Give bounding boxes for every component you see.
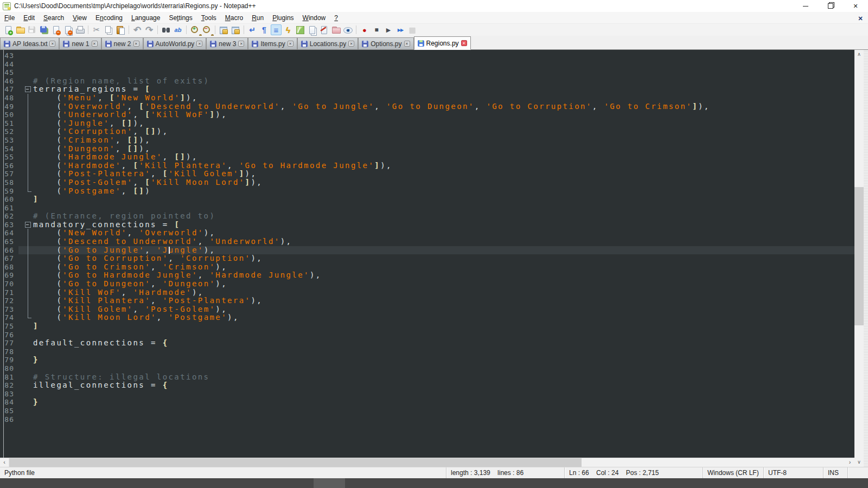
code-text[interactable]: ('Overworld', ['Descend to Underworld', … bbox=[33, 102, 710, 111]
menu-macro[interactable]: Macro bbox=[221, 12, 247, 23]
scroll-left-arrow[interactable] bbox=[0, 458, 9, 467]
scroll-up-arrow[interactable] bbox=[854, 50, 864, 59]
tab-ap-ideas-txt[interactable]: AP Ideas.txt bbox=[0, 37, 59, 49]
document-map-icon[interactable] bbox=[295, 24, 305, 35]
editor[interactable]: 43444546# (Region name, list of exits)47… bbox=[0, 50, 868, 458]
code-text[interactable]: ('Hardmode Jungle', []), bbox=[33, 153, 198, 162]
code-text[interactable]: ('Go to Corruption', 'Corruption'), bbox=[33, 254, 263, 263]
show-all-characters-icon[interactable] bbox=[259, 24, 270, 35]
code-line-51[interactable]: 51 ('Jungle', []), bbox=[0, 119, 854, 128]
vertical-scrollbar-thumb[interactable] bbox=[854, 187, 864, 325]
monitoring-icon[interactable] bbox=[342, 24, 353, 35]
function-list-icon[interactable] bbox=[283, 24, 293, 35]
menu-search[interactable]: Search bbox=[39, 12, 68, 23]
line-number[interactable]: 64 bbox=[0, 229, 14, 237]
line-number[interactable]: 79 bbox=[0, 356, 14, 364]
menu-window[interactable]: Window bbox=[298, 12, 330, 23]
code-line-73[interactable]: 73 ('Kill Golem', 'Post-Golem'), bbox=[0, 305, 854, 314]
code-text[interactable]: terraria_regions = [ bbox=[33, 85, 151, 94]
file-browser-icon[interactable] bbox=[318, 24, 329, 35]
save-file-icon[interactable] bbox=[27, 24, 37, 35]
code-line-75[interactable]: 75] bbox=[0, 322, 854, 331]
line-number[interactable]: 54 bbox=[0, 145, 14, 153]
menu-run[interactable]: Run bbox=[247, 12, 268, 23]
code-line-76[interactable]: 76 bbox=[0, 331, 854, 339]
tab-new-1[interactable]: new 1 bbox=[59, 37, 101, 49]
restore-button[interactable] bbox=[818, 0, 843, 12]
menu-encoding[interactable]: Encoding bbox=[91, 12, 127, 23]
tab-close-icon[interactable] bbox=[404, 41, 410, 47]
tab-close-icon[interactable] bbox=[196, 41, 202, 47]
menu-language[interactable]: Language bbox=[127, 12, 164, 23]
minimize-button[interactable] bbox=[793, 0, 818, 12]
macro-save-icon[interactable] bbox=[407, 24, 418, 35]
code-line-49[interactable]: 49 ('Overworld', ['Descend to Underworld… bbox=[0, 102, 854, 111]
code-line-43[interactable]: 43 bbox=[0, 52, 854, 60]
fold-toggle-icon[interactable] bbox=[24, 221, 33, 229]
line-number[interactable]: 43 bbox=[0, 52, 14, 60]
menu-edit[interactable]: Edit bbox=[19, 12, 39, 23]
tab-close-icon[interactable] bbox=[49, 41, 55, 47]
code-line-58[interactable]: 58 ('Post-Golem', ['Kill Moon Lord']), bbox=[0, 178, 854, 187]
line-number[interactable]: 49 bbox=[0, 102, 14, 111]
line-number[interactable]: 47 bbox=[0, 85, 14, 94]
code-line-82[interactable]: 82illegal_connections = { bbox=[0, 381, 854, 390]
code-line-57[interactable]: 57 ('Post-Plantera', ['Kill Golem']), bbox=[0, 170, 854, 178]
undo-icon[interactable] bbox=[132, 24, 143, 35]
code-line-86[interactable]: 86 bbox=[0, 415, 854, 424]
line-number[interactable]: 75 bbox=[0, 322, 14, 331]
line-number[interactable]: 68 bbox=[0, 263, 14, 272]
code-line-54[interactable]: 54 ('Dungeon', []), bbox=[0, 145, 854, 153]
tab-close-icon[interactable] bbox=[288, 41, 293, 47]
code-text[interactable]: ('Go to Dungeon', 'Dungeon'), bbox=[33, 280, 227, 288]
menu-help[interactable]: ? bbox=[330, 12, 342, 23]
paste-icon[interactable] bbox=[115, 24, 126, 35]
find-icon[interactable] bbox=[161, 24, 171, 35]
code-line-62[interactable]: 62# (Entrance, region pointed to) bbox=[0, 212, 854, 221]
code-line-63[interactable]: 63mandatory_connections = [ bbox=[0, 221, 854, 229]
code-text[interactable]: ('Kill Moon Lord', 'Postgame'), bbox=[33, 313, 239, 322]
code-text[interactable]: # (Entrance, region pointed to) bbox=[33, 212, 215, 221]
vertical-scrollbar[interactable] bbox=[854, 50, 864, 467]
line-number[interactable]: 66 bbox=[0, 246, 14, 255]
line-number[interactable]: 76 bbox=[0, 331, 14, 339]
copy-icon[interactable] bbox=[103, 24, 114, 35]
code-text[interactable]: ] bbox=[33, 322, 39, 331]
code-line-68[interactable]: 68 ('Go to Crimson', 'Crimson'), bbox=[0, 263, 854, 272]
line-number[interactable]: 57 bbox=[0, 170, 14, 178]
code-text[interactable]: ('Kill Plantera', 'Post-Plantera'), bbox=[33, 297, 263, 305]
code-line-48[interactable]: 48 ('Menu', ['New World']), bbox=[0, 94, 854, 102]
line-number[interactable]: 67 bbox=[0, 254, 14, 263]
line-number[interactable]: 55 bbox=[0, 153, 14, 162]
macro-stop-icon[interactable] bbox=[371, 24, 382, 35]
code-text[interactable]: ('Go to Hardmode Jungle', 'Hardmode Jung… bbox=[33, 271, 322, 280]
line-number[interactable]: 52 bbox=[0, 127, 14, 136]
line-number[interactable]: 63 bbox=[0, 221, 14, 229]
status-encoding[interactable]: UTF-8 bbox=[763, 467, 823, 478]
code-line-45[interactable]: 45 bbox=[0, 68, 854, 77]
code-line-55[interactable]: 55 ('Hardmode Jungle', []), bbox=[0, 153, 854, 162]
code-line-80[interactable]: 80 bbox=[0, 364, 854, 373]
menu-settings[interactable]: Settings bbox=[164, 12, 196, 23]
line-number[interactable]: 82 bbox=[0, 381, 14, 390]
code-text[interactable]: } bbox=[33, 356, 39, 364]
open-file-icon[interactable] bbox=[15, 24, 25, 35]
code-line-67[interactable]: 67 ('Go to Corruption', 'Corruption'), bbox=[0, 254, 854, 263]
line-number[interactable]: 45 bbox=[0, 68, 14, 77]
code-line-59[interactable]: 59 ('Postgame', []) bbox=[0, 187, 854, 196]
close-button[interactable] bbox=[843, 0, 868, 12]
line-number[interactable]: 56 bbox=[0, 162, 14, 170]
line-number[interactable]: 81 bbox=[0, 373, 14, 382]
code-text[interactable]: default_connections = { bbox=[33, 339, 169, 348]
line-number[interactable]: 84 bbox=[0, 398, 14, 407]
line-number[interactable]: 83 bbox=[0, 390, 14, 399]
code-line-72[interactable]: 72 ('Kill Plantera', 'Post-Plantera'), bbox=[0, 297, 854, 305]
code-lines[interactable]: 43444546# (Region name, list of exits)47… bbox=[0, 52, 854, 423]
cut-icon[interactable] bbox=[91, 24, 102, 35]
code-line-84[interactable]: 84} bbox=[0, 398, 854, 407]
sync-vertical-scrolling-icon[interactable] bbox=[218, 24, 229, 35]
code-line-64[interactable]: 64 ('New World', 'Overworld'), bbox=[0, 229, 854, 237]
horizontal-scrollbar[interactable] bbox=[0, 458, 854, 467]
code-text[interactable]: ('Jungle', []), bbox=[33, 119, 145, 128]
code-line-77[interactable]: 77default_connections = { bbox=[0, 339, 854, 348]
